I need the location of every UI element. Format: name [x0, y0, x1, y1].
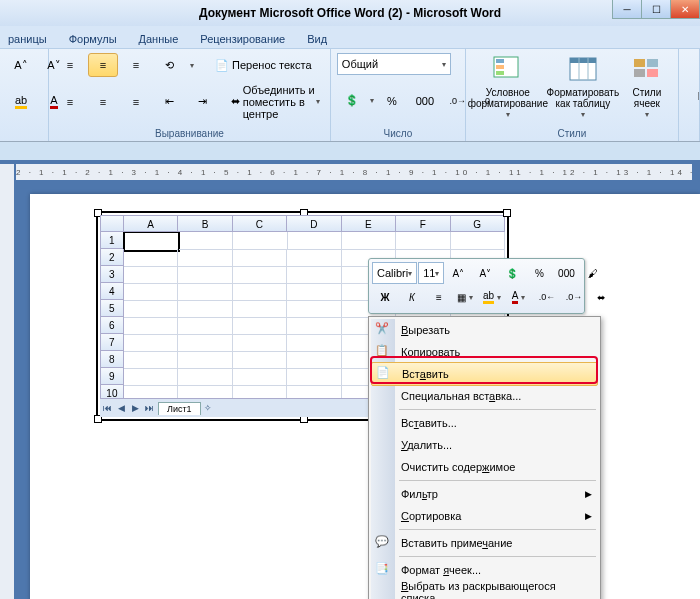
increase-indent-button[interactable]: ⇥	[187, 90, 217, 114]
cell[interactable]	[178, 266, 232, 284]
grow-font-button[interactable]: A˄	[6, 53, 36, 77]
cell[interactable]	[179, 232, 233, 250]
decrease-indent-button[interactable]: ⇤	[154, 90, 184, 114]
align-right-button[interactable]: ≡	[121, 90, 151, 114]
format-as-table-button[interactable]: Форматировать как таблицу▾	[547, 52, 619, 120]
cell[interactable]	[233, 300, 287, 318]
tab-pages[interactable]: раницы	[0, 30, 55, 48]
ctx-paste[interactable]: 📄Вставить	[371, 362, 598, 386]
insert-cells-button[interactable]: ➕Вст	[685, 53, 700, 121]
row-header[interactable]: 4	[100, 283, 124, 300]
ctx-clear[interactable]: Очистить содержимое	[371, 456, 598, 478]
wrap-text-button[interactable]: 📄 Перенос текста	[211, 53, 316, 77]
cell-styles-button[interactable]: Стили ячеек▾	[622, 52, 672, 120]
tab-view[interactable]: Вид	[299, 30, 335, 48]
cell[interactable]	[233, 266, 287, 284]
mini-bold[interactable]: Ж	[372, 286, 398, 308]
align-bottom-button[interactable]: ≡	[121, 53, 151, 77]
mini-comma[interactable]: 000	[553, 262, 579, 284]
mini-italic[interactable]: К	[399, 286, 425, 308]
cell[interactable]	[178, 368, 232, 386]
cell[interactable]	[396, 232, 450, 250]
cell[interactable]	[287, 351, 341, 369]
fill-color-button[interactable]: ab	[6, 90, 36, 114]
cell[interactable]	[178, 317, 232, 335]
vertical-ruler[interactable]	[0, 164, 14, 599]
sheet-nav-last[interactable]: ⏭	[142, 403, 156, 413]
mini-fill-color[interactable]: ab▾	[480, 286, 506, 308]
align-top-button[interactable]: ≡	[55, 53, 85, 77]
cell[interactable]	[451, 232, 505, 250]
cell[interactable]	[287, 300, 341, 318]
cell[interactable]	[124, 351, 178, 369]
accounting-format-button[interactable]: 💲	[337, 89, 367, 113]
ctx-format-cells[interactable]: 📑Формат ячеек...	[371, 559, 598, 581]
mini-grow-font[interactable]: A˄	[445, 262, 471, 284]
number-format-combo[interactable]: Общий▾	[337, 53, 451, 75]
tab-formulas[interactable]: Формулы	[61, 30, 125, 48]
ctx-filter[interactable]: Фильтр▶	[371, 483, 598, 505]
ctx-pick-from-list[interactable]: Выбрать из раскрывающегося списка...	[371, 581, 598, 599]
mini-inc-decimal[interactable]: .0→	[561, 286, 587, 308]
ctx-cut[interactable]: ✂️Вырезать	[371, 319, 598, 341]
orientation-button[interactable]: ⟲	[154, 53, 184, 77]
horizontal-ruler[interactable]: 2 · 1 · 1 · 2 · 1 · 3 · 1 · 4 · 1 · 5 · …	[16, 164, 692, 180]
cell[interactable]	[124, 249, 178, 267]
tab-data[interactable]: Данные	[131, 30, 187, 48]
cell[interactable]	[178, 300, 232, 318]
cell[interactable]	[287, 283, 341, 301]
cell[interactable]	[288, 232, 342, 250]
cell[interactable]	[233, 232, 287, 250]
cell[interactable]	[287, 317, 341, 335]
cell[interactable]	[124, 317, 178, 335]
mini-merge[interactable]: ⬌	[588, 286, 614, 308]
mini-dec-decimal[interactable]: .0←	[534, 286, 560, 308]
ctx-delete[interactable]: Удалить...	[371, 434, 598, 456]
cell[interactable]	[287, 334, 341, 352]
sheet-nav-prev[interactable]: ◀	[114, 403, 128, 413]
cell[interactable]	[233, 334, 287, 352]
col-header-d[interactable]: D	[287, 215, 341, 232]
row-header[interactable]: 5	[100, 300, 124, 317]
ctx-insert[interactable]: Вставить...	[371, 412, 598, 434]
cell[interactable]	[178, 385, 232, 398]
cell[interactable]	[124, 266, 178, 284]
close-button[interactable]: ✕	[670, 0, 700, 19]
cell[interactable]	[342, 232, 396, 250]
cell[interactable]	[287, 385, 341, 398]
conditional-formatting-button[interactable]: Условное форматирование▾	[472, 52, 544, 120]
ctx-sort[interactable]: Сортировка▶	[371, 505, 598, 527]
ctx-insert-comment[interactable]: 💬Вставить примечание	[371, 532, 598, 554]
row-header[interactable]: 6	[100, 317, 124, 334]
sheet-tab-1[interactable]: Лист1	[158, 402, 201, 415]
col-header-e[interactable]: E	[342, 215, 396, 232]
cell[interactable]	[287, 368, 341, 386]
cell[interactable]	[233, 317, 287, 335]
row-header[interactable]: 10	[100, 385, 124, 398]
ctx-paste-special[interactable]: Специальная вставка...	[371, 385, 598, 407]
select-all-corner[interactable]	[100, 215, 124, 232]
sheet-nav-next[interactable]: ▶	[128, 403, 142, 413]
cell[interactable]	[233, 249, 287, 267]
row-header[interactable]: 9	[100, 368, 124, 385]
minimize-button[interactable]: ─	[612, 0, 642, 19]
row-header[interactable]: 7	[100, 334, 124, 351]
cell[interactable]	[178, 283, 232, 301]
mini-font-combo[interactable]: Calibri▾	[372, 262, 417, 284]
cell[interactable]	[124, 368, 178, 386]
col-header-b[interactable]: B	[178, 215, 232, 232]
align-middle-button[interactable]: ≡	[88, 53, 118, 77]
col-header-f[interactable]: F	[396, 215, 450, 232]
maximize-button[interactable]: ☐	[641, 0, 671, 19]
col-header-g[interactable]: G	[451, 215, 505, 232]
new-sheet-button[interactable]: ✧	[201, 403, 215, 413]
sheet-nav-first[interactable]: ⏮	[100, 403, 114, 413]
row-header[interactable]: 1	[100, 232, 124, 249]
mini-percent[interactable]: %	[526, 262, 552, 284]
cell[interactable]	[124, 283, 178, 301]
tab-review[interactable]: Рецензирование	[192, 30, 293, 48]
cell[interactable]	[178, 249, 232, 267]
mini-size-combo[interactable]: 11▾	[418, 262, 444, 284]
cell[interactable]	[233, 385, 287, 398]
cell[interactable]	[233, 283, 287, 301]
